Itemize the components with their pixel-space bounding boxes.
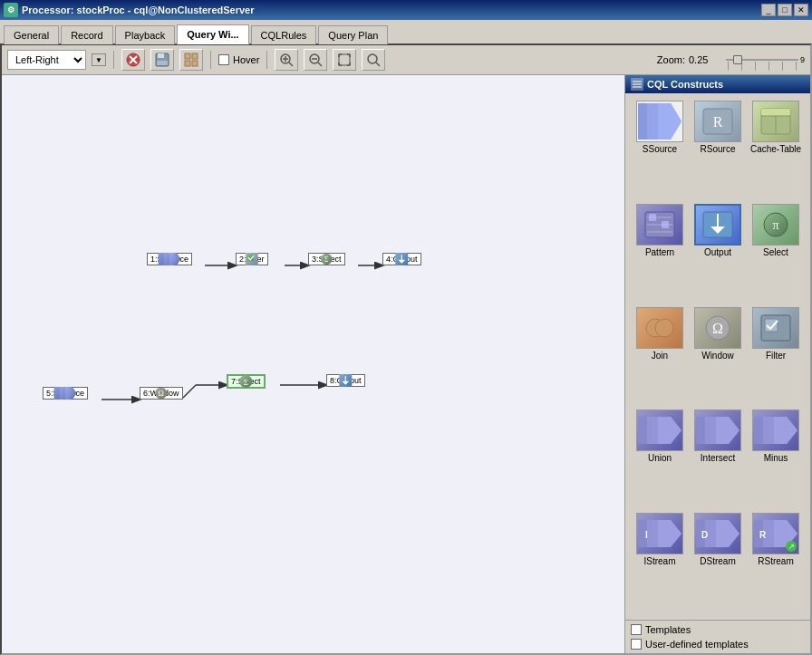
hover-label: Hover [233,54,259,65]
close-button[interactable]: ✕ [794,4,808,16]
svg-marker-87 [658,417,682,444]
node-6-window[interactable]: Ω 6:Window [140,387,183,400]
zoom-slider-track[interactable]: │ │ │ │ │ │ [726,53,798,66]
svg-marker-90 [716,417,740,444]
node-2-filter[interactable]: 2:Filter [236,253,268,265]
cql-item-output[interactable]: Output [691,204,745,303]
svg-rect-5 [157,61,168,65]
cql-icon-cache-table [752,101,799,142]
cql-item-ssource[interactable]: SSource [633,101,687,200]
cql-icon-union [636,409,683,451]
cql-panel-icon [631,78,643,91]
tab-general[interactable]: General [4,25,59,44]
cql-icon-pattern [636,204,683,246]
cql-item-dstream[interactable]: D DStream [691,513,745,612]
hover-group: Hover [218,54,259,65]
cql-label-istream: IStream [643,556,675,566]
grid-button[interactable] [179,49,203,71]
svg-rect-73 [662,221,669,228]
save-button[interactable] [150,49,174,71]
tab-query-wi[interactable]: Query Wi... [177,24,248,44]
svg-marker-93 [774,417,798,444]
svg-point-80 [655,319,673,337]
cql-item-intersect[interactable]: Intersect [691,409,745,509]
cql-icon-dstream: D [694,513,741,554]
cql-icon-ssource [636,101,683,142]
cql-label-rsource: RSource [701,144,736,154]
node-4-output[interactable]: 4:Output [382,253,421,265]
node-7-select[interactable]: Σ 7:Select [227,374,266,389]
cql-label-intersect: Intersect [701,453,735,463]
cql-item-rstream[interactable]: R ↗ RStream [749,513,803,612]
separator-1 [113,51,114,69]
user-templates-item[interactable]: User-defined templates [629,637,807,651]
cql-item-rsource[interactable]: R RSource [691,101,745,200]
zoom-in-button[interactable] [275,49,298,71]
cql-icon-select: π [752,204,799,246]
node-5-ssource[interactable]: 5:SSource [43,387,88,400]
svg-point-26 [368,54,377,63]
minimize-button[interactable]: _ [761,4,776,16]
layout-select[interactable]: Left-Right Top-Bottom Radial [7,50,86,70]
cql-icon-rsource: R [694,101,741,142]
cql-item-istream[interactable]: I IStream [633,513,687,612]
svg-rect-65 [761,109,790,116]
cql-icon-intersect [694,409,741,451]
tab-record[interactable]: Record [61,25,112,44]
cql-icon-minus [752,409,799,451]
templates-item[interactable]: Templates [629,622,807,637]
cql-label-rstream: RStream [758,556,793,566]
cql-item-pattern[interactable]: Pattern [633,204,687,303]
zoom-reset-button[interactable] [362,49,385,71]
maximize-button[interactable]: □ [778,4,792,16]
cql-icon-filter [752,307,799,349]
zoom-out-button[interactable] [304,49,327,71]
tab-bar: General Record Playback Query Wi... CQLR… [0,20,812,43]
cql-label-minus: Minus [764,453,788,463]
cql-label-cache-table: Cache-Table [750,144,801,154]
svg-line-11 [289,63,293,66]
svg-text:R: R [713,114,723,130]
tab-playback[interactable]: Playback [115,25,176,44]
svg-line-15 [318,63,322,66]
cql-label-window: Window [701,351,734,361]
cql-label-ssource: SSource [643,144,677,154]
cql-item-cache-table[interactable]: Cache-Table [749,101,803,200]
cql-icon-window: Ω [694,307,741,349]
cql-item-minus[interactable]: Minus [749,409,803,509]
cql-item-window[interactable]: Ω Window [691,307,745,407]
cql-item-filter[interactable]: Filter [749,307,803,407]
zoom-max: 9 [800,55,805,64]
content-area: Left-Right Top-Bottom Radial ▼ [0,43,812,655]
canvas-svg [2,75,624,653]
svg-rect-17 [339,54,350,65]
cql-label-output: Output [704,247,731,257]
svg-line-32 [183,385,196,398]
cql-item-join[interactable]: Join [633,307,687,407]
canvas[interactable]: 1:SSource [2,75,624,653]
cql-item-union[interactable]: Union [633,409,687,509]
main-window: General Record Playback Query Wi... CQLR… [0,20,812,655]
svg-text:Ω: Ω [712,321,723,336]
fit-button[interactable] [333,49,356,71]
node-1-ssource[interactable]: 1:SSource [147,253,192,265]
svg-marker-61 [658,103,682,140]
cql-item-select[interactable]: π Select [749,204,803,303]
svg-rect-6 [185,53,190,59]
node-3-select[interactable]: Σ 3:Select [308,253,345,265]
cql-items-grid: SSource R RSource [625,93,810,620]
tab-query-plan[interactable]: Query Plan [318,25,388,44]
templates-checkbox[interactable] [631,624,642,635]
node-8-output[interactable]: 8:Output [326,374,365,387]
user-templates-checkbox[interactable] [631,639,642,650]
tab-cqlrules[interactable]: CQLRules [251,25,317,44]
zoom-label: Zoom: [657,54,685,65]
hover-checkbox[interactable] [218,54,229,65]
app-icon: ⚙ [4,3,18,17]
layout-dropdown-arrow[interactable]: ▼ [92,53,106,66]
cql-label-join: Join [652,351,668,361]
cql-icon-istream: I [636,513,683,554]
svg-rect-4 [158,53,164,58]
delete-button[interactable] [121,49,145,71]
zoom-group: Zoom: 0.25 │ │ │ │ │ │ 9 [657,53,805,66]
